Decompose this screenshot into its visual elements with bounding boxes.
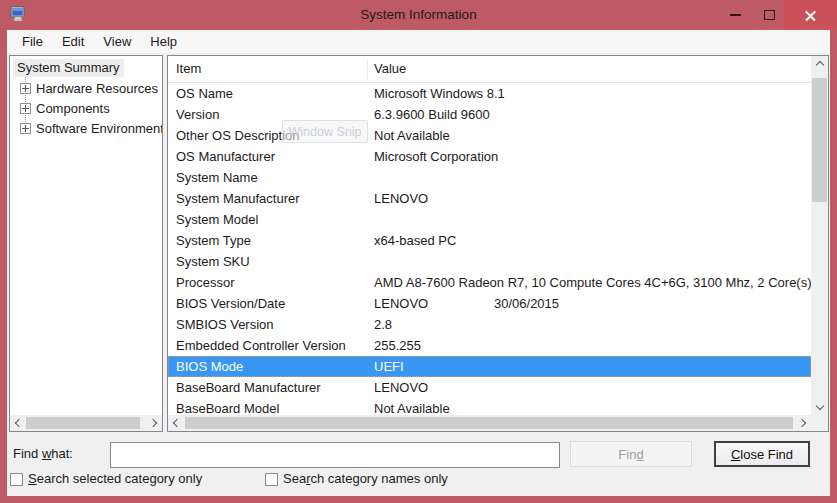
- scroll-down-button[interactable]: [811, 399, 828, 415]
- close-icon: [804, 9, 817, 22]
- value-secondary: 30/06/2015: [494, 296, 559, 311]
- search-selected-category-label: Search selected category only: [28, 471, 202, 486]
- close-button[interactable]: [783, 0, 837, 30]
- scroll-right-button[interactable]: [795, 415, 811, 431]
- value-cell: x64-based PC: [367, 233, 811, 248]
- chevron-right-icon: [798, 419, 806, 427]
- table-row[interactable]: Other OS DescriptionNot Available: [168, 125, 811, 146]
- find-input[interactable]: [110, 442, 560, 468]
- item-cell: OS Manufacturer: [168, 149, 367, 164]
- scrollbar-thumb[interactable]: [812, 78, 827, 202]
- minimize-button[interactable]: [720, 0, 750, 30]
- chevron-left-icon: [15, 419, 23, 427]
- scrollbar-corner: [811, 415, 828, 431]
- table-row[interactable]: System Typex64-based PC: [168, 230, 811, 251]
- item-cell: SMBIOS Version: [168, 317, 367, 332]
- expand-plus-icon[interactable]: [20, 123, 31, 134]
- menu-item-file[interactable]: File: [13, 32, 53, 52]
- item-cell: System Name: [168, 170, 367, 185]
- column-header-value[interactable]: Value: [368, 59, 406, 79]
- value-cell: LENOVO30/06/2015: [367, 296, 811, 311]
- list-vertical-scrollbar[interactable]: [811, 56, 828, 415]
- item-cell: Embedded Controller Version: [168, 338, 367, 353]
- value-cell: 2.8: [367, 317, 811, 332]
- search-category-names-label: Search category names only: [283, 471, 448, 486]
- value-cell: Microsoft Windows 8.1: [367, 86, 811, 101]
- value-cell: 6.3.9600 Build 9600: [367, 107, 811, 122]
- scroll-up-button[interactable]: [811, 56, 828, 72]
- table-row[interactable]: ProcessorAMD A8-7600 Radeon R7, 10 Compu…: [168, 272, 811, 293]
- value-cell: UEFI: [367, 359, 811, 374]
- scroll-left-button[interactable]: [168, 415, 184, 431]
- value-cell: LENOVO: [367, 191, 811, 206]
- table-row[interactable]: System Model: [168, 209, 811, 230]
- tree-horizontal-scrollbar[interactable]: [10, 415, 162, 431]
- chevron-down-icon: [815, 402, 823, 410]
- scroll-right-button[interactable]: [146, 415, 162, 431]
- table-row[interactable]: System Name: [168, 167, 811, 188]
- tree-item-label: Software Environment: [36, 121, 163, 136]
- scroll-left-button[interactable]: [10, 415, 26, 431]
- table-row[interactable]: SMBIOS Version2.8: [168, 314, 811, 335]
- table-row[interactable]: Version6.3.9600 Build 9600: [168, 104, 811, 125]
- tree-item-system-summary[interactable]: System Summary: [13, 59, 124, 77]
- list-header[interactable]: Item Value: [168, 56, 811, 83]
- scrollbar-thumb[interactable]: [26, 417, 140, 429]
- tree-item-hardware-resources[interactable]: Hardware Resources: [20, 79, 158, 97]
- expand-plus-icon[interactable]: [20, 103, 31, 114]
- table-row[interactable]: OS ManufacturerMicrosoft Corporation: [168, 146, 811, 167]
- value-cell: LENOVO: [367, 380, 811, 395]
- find-button[interactable]: Find: [570, 441, 692, 467]
- table-row[interactable]: System SKU: [168, 251, 811, 272]
- item-cell: BaseBoard Model: [168, 401, 367, 415]
- menu-item-help[interactable]: Help: [141, 32, 187, 52]
- table-row[interactable]: BIOS ModeUEFI: [168, 356, 811, 377]
- item-cell: System Model: [168, 212, 367, 227]
- chevron-right-icon: [149, 419, 157, 427]
- value-cell: AMD A8-7600 Radeon R7, 10 Compute Cores …: [367, 275, 811, 290]
- list-body: OS NameMicrosoft Windows 8.1Version6.3.9…: [168, 83, 811, 415]
- tree-item-components[interactable]: Components: [20, 99, 110, 117]
- search-selected-category-checkbox[interactable]: [10, 473, 23, 486]
- item-cell: System SKU: [168, 254, 367, 269]
- close-find-button[interactable]: Close Find: [714, 441, 810, 467]
- item-cell: System Manufacturer: [168, 191, 367, 206]
- item-cell: BIOS Mode: [168, 359, 367, 374]
- table-row[interactable]: BIOS Version/DateLENOVO30/06/2015: [168, 293, 811, 314]
- list-horizontal-scrollbar[interactable]: [168, 415, 811, 431]
- category-tree-panel[interactable]: System Summary Hardware ResourcesCompone…: [9, 55, 163, 432]
- item-cell: BIOS Version/Date: [168, 296, 367, 311]
- item-cell: Processor: [168, 275, 367, 290]
- value-cell: Microsoft Corporation: [367, 149, 811, 164]
- find-what-label: Find what:: [13, 446, 73, 461]
- table-row[interactable]: System ManufacturerLENOVO: [168, 188, 811, 209]
- menu-item-view[interactable]: View: [94, 32, 141, 52]
- expand-plus-icon[interactable]: [20, 83, 31, 94]
- window-title: System Information: [0, 0, 837, 30]
- title-bar[interactable]: System Information: [0, 0, 837, 30]
- item-cell: System Type: [168, 233, 367, 248]
- item-cell: BaseBoard Manufacturer: [168, 380, 367, 395]
- menu-bar: FileEditViewHelp: [7, 30, 830, 53]
- table-row[interactable]: BaseBoard ManufacturerLENOVO: [168, 377, 811, 398]
- tree-item-label: Components: [36, 101, 110, 116]
- tree-item-software-environment[interactable]: Software Environment: [20, 119, 163, 137]
- chevron-up-icon: [815, 61, 823, 69]
- table-row[interactable]: Embedded Controller Version255.255: [168, 335, 811, 356]
- value-cell: Not Available: [367, 128, 811, 143]
- scrollbar-thumb[interactable]: [185, 417, 793, 429]
- column-header-item[interactable]: Item: [168, 59, 368, 79]
- value-cell: Not Available: [367, 401, 811, 415]
- table-row[interactable]: BaseBoard ModelNot Available: [168, 398, 811, 415]
- detail-list-panel: Item Value OS NameMicrosoft Windows 8.1V…: [167, 55, 829, 432]
- maximize-button[interactable]: [754, 0, 784, 30]
- maximize-icon: [764, 10, 775, 20]
- window-snip-ghost-tooltip: Window Snip: [282, 120, 368, 143]
- search-category-names-checkbox[interactable]: [265, 473, 278, 486]
- table-row[interactable]: OS NameMicrosoft Windows 8.1: [168, 83, 811, 104]
- chevron-left-icon: [173, 419, 181, 427]
- item-cell: OS Name: [168, 86, 367, 101]
- menu-item-edit[interactable]: Edit: [53, 32, 94, 52]
- tree-item-label: Hardware Resources: [36, 81, 158, 96]
- value-cell: 255.255: [367, 338, 811, 353]
